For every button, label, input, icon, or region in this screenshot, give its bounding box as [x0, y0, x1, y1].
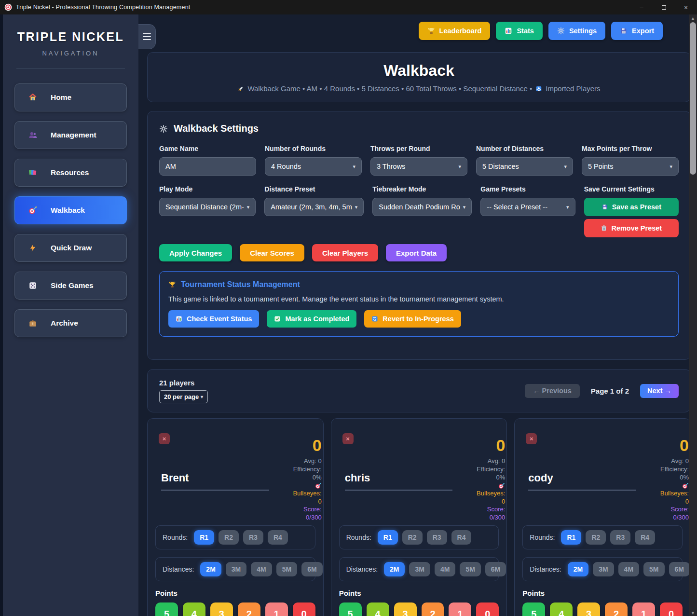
- distance-chip-4m[interactable]: 4M: [618, 562, 639, 576]
- clear-players-button[interactable]: Clear Players: [312, 244, 378, 261]
- round-chip-r1[interactable]: R1: [194, 530, 214, 545]
- bar-chart-icon: [505, 27, 512, 35]
- remove-player-button[interactable]: ×: [526, 433, 537, 444]
- distance-chip-3m[interactable]: 3M: [593, 562, 614, 576]
- points-button-0[interactable]: 0: [660, 602, 683, 616]
- revert-to-in-progress-button[interactable]: Revert to In-Progress: [364, 310, 461, 328]
- points-button-3[interactable]: 3: [394, 602, 417, 616]
- distance-chip-5m[interactable]: 5M: [460, 562, 480, 576]
- distance-chip-5m[interactable]: 5M: [276, 562, 297, 576]
- target-dart-icon: [682, 482, 689, 489]
- sidebar-item-quick-draw[interactable]: Quick Draw: [14, 234, 127, 262]
- max-points-select[interactable]: 5 Points▾: [582, 157, 679, 176]
- scrollbar-thumb[interactable]: [690, 22, 696, 175]
- round-chip-r2[interactable]: R2: [219, 530, 239, 545]
- distance-chip-2m[interactable]: 2M: [200, 562, 221, 576]
- save-as-preset-button[interactable]: Save as Preset: [584, 198, 679, 216]
- points-button-4[interactable]: 4: [367, 602, 389, 616]
- points-button-3[interactable]: 3: [210, 602, 233, 616]
- chevron-down-icon: ▾: [566, 204, 569, 210]
- throws-per-round-select[interactable]: 3 Throws▾: [370, 157, 467, 176]
- points-button-4[interactable]: 4: [183, 602, 205, 616]
- scroll-down-arrow[interactable]: ▼: [689, 611, 697, 616]
- remove-player-button[interactable]: ×: [342, 433, 354, 444]
- next-page-button[interactable]: Next →: [640, 384, 679, 398]
- sidebar-item-walkback[interactable]: Walkback: [14, 196, 127, 224]
- distance-chip-3m[interactable]: 3M: [409, 562, 430, 576]
- round-chip-r3[interactable]: R3: [243, 530, 263, 545]
- distance-chip-5m[interactable]: 5M: [643, 562, 664, 576]
- distance-chip-4m[interactable]: 4M: [251, 562, 272, 576]
- points-button-2[interactable]: 2: [422, 602, 444, 616]
- rounds-label: Rounds:: [530, 534, 555, 541]
- minimize-button[interactable]: –: [630, 0, 653, 14]
- check-event-status-button[interactable]: Check Event Status: [168, 310, 259, 328]
- chevron-down-icon: ▾: [458, 164, 461, 170]
- round-chip-r2[interactable]: R2: [586, 530, 606, 545]
- game-presets-select[interactable]: -- Select a Preset --▾: [480, 198, 575, 216]
- sidebar-item-home[interactable]: Home: [14, 83, 127, 111]
- distance-chip-2m[interactable]: 2M: [384, 562, 405, 576]
- player-bullseyes-label: Bullseyes:: [452, 490, 505, 498]
- sidebar-item-side-games[interactable]: Side Games: [14, 272, 127, 300]
- clear-scores-button[interactable]: Clear Scores: [240, 244, 304, 261]
- sidebar-toggle-button[interactable]: [138, 24, 156, 49]
- save-as-preset-label: Save as Preset: [612, 203, 661, 211]
- distance-chip-2m[interactable]: 2M: [568, 562, 588, 576]
- maximize-button[interactable]: [653, 0, 675, 14]
- distance-chip-3m[interactable]: 3M: [226, 562, 246, 576]
- points-button-3[interactable]: 3: [577, 602, 600, 616]
- round-chip-r1[interactable]: R1: [561, 530, 581, 545]
- export-button[interactable]: Export: [611, 22, 663, 40]
- points-button-5[interactable]: 5: [522, 602, 545, 616]
- remove-preset-button[interactable]: Remove Preset: [584, 219, 679, 237]
- sidebar-item-resources[interactable]: Resources: [14, 159, 127, 187]
- round-chip-r1[interactable]: R1: [378, 530, 398, 545]
- points-button-1[interactable]: 1: [265, 602, 288, 616]
- points-button-4[interactable]: 4: [550, 602, 573, 616]
- points-button-0[interactable]: 0: [293, 602, 315, 616]
- previous-page-button[interactable]: ← Previous: [525, 384, 580, 398]
- points-button-2[interactable]: 2: [605, 602, 628, 616]
- points-button-1[interactable]: 1: [449, 602, 471, 616]
- player-efficiency-label: Efficiency:: [269, 465, 322, 474]
- distance-preset-select[interactable]: Amateur (2m, 3m, 4m, 5m▾: [264, 198, 364, 216]
- round-chip-r2[interactable]: R2: [402, 530, 423, 545]
- apply-changes-button[interactable]: Apply Changes: [159, 244, 232, 261]
- round-chip-r4[interactable]: R4: [635, 530, 655, 545]
- stats-button[interactable]: Stats: [496, 22, 542, 40]
- vertical-scrollbar[interactable]: ▲ ▼: [689, 14, 697, 616]
- round-chip-r3[interactable]: R3: [610, 530, 630, 545]
- play-mode-select[interactable]: Sequential Distance (2m-▾: [159, 198, 256, 216]
- distance-chip-6m[interactable]: 6M: [301, 562, 322, 576]
- sidebar-item-management[interactable]: Management: [14, 121, 127, 149]
- number-of-distances-select[interactable]: 5 Distances▾: [476, 157, 573, 176]
- points-button-0[interactable]: 0: [476, 602, 499, 616]
- round-chip-r4[interactable]: R4: [268, 530, 288, 545]
- player-stats: 0 Avg: 0 Efficiency: 0% Bullseyes: 0 Sco…: [636, 437, 689, 522]
- sidebar-item-label: Management: [51, 131, 96, 139]
- points-button-2[interactable]: 2: [238, 602, 260, 616]
- rounds-selector: Rounds: R1 R2 R3 R4: [155, 525, 315, 549]
- points-button-5[interactable]: 5: [339, 602, 362, 616]
- scroll-up-arrow[interactable]: ▲: [689, 16, 697, 21]
- distance-chip-6m[interactable]: 6M: [485, 562, 506, 576]
- close-button[interactable]: ×: [675, 0, 697, 14]
- settings-button[interactable]: Settings: [548, 22, 605, 40]
- points-button-1[interactable]: 1: [632, 602, 655, 616]
- remove-player-button[interactable]: ×: [159, 433, 170, 444]
- game-name-input[interactable]: [159, 157, 256, 176]
- tiebreaker-mode-select[interactable]: Sudden Death Podium Ro▾: [372, 198, 472, 216]
- distance-chip-6m[interactable]: 6M: [669, 562, 690, 576]
- player-name-underline: [161, 490, 269, 491]
- sidebar-item-archive[interactable]: Archive: [14, 309, 127, 337]
- number-of-rounds-select[interactable]: 4 Rounds▾: [265, 157, 362, 176]
- export-data-button[interactable]: Export Data: [386, 244, 447, 261]
- points-button-5[interactable]: 5: [155, 602, 178, 616]
- round-chip-r4[interactable]: R4: [451, 530, 472, 545]
- distance-chip-4m[interactable]: 4M: [435, 562, 455, 576]
- leaderboard-button[interactable]: Leaderboard: [419, 22, 491, 40]
- mark-as-completed-button[interactable]: Mark as Completed: [267, 310, 356, 328]
- round-chip-r3[interactable]: R3: [427, 530, 447, 545]
- per-page-select[interactable]: 20 per page▾: [159, 390, 208, 403]
